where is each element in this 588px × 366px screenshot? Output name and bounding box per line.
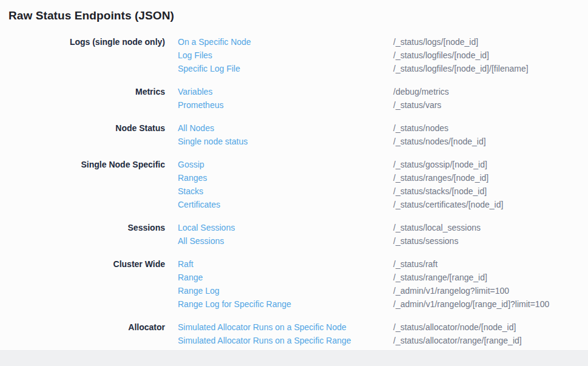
page-title: Raw Status Endpoints (JSON) (0, 0, 588, 24)
endpoint-group: Sessions Local SessionsAll Sessions /_st… (0, 221, 588, 248)
endpoint-path: /_status/sessions (393, 234, 588, 248)
endpoint-link[interactable]: Stacks (178, 185, 392, 198)
endpoint-links: RaftRangeRange LogRange Log for Specific… (165, 257, 392, 311)
endpoint-path: /_status/allocator/node/[node_id] (393, 320, 588, 334)
endpoint-link[interactable]: Log Files (178, 49, 392, 62)
endpoints-list: Logs (single node only) On a Specific No… (0, 35, 588, 347)
endpoint-link[interactable]: All Nodes (178, 121, 392, 135)
endpoint-group: Cluster Wide RaftRangeRange LogRange Log… (0, 257, 588, 311)
endpoint-group: Metrics VariablesPrometheus /debug/metri… (0, 85, 588, 112)
endpoint-path: /_status/vars (393, 98, 588, 112)
category-label: Logs (single node only) (0, 35, 165, 75)
endpoint-path: /_status/gossip/[node_id] (393, 158, 588, 171)
endpoint-paths: /_status/raft/_status/range/[range_id]/_… (392, 257, 588, 311)
endpoint-link[interactable]: Single node status (178, 135, 392, 148)
endpoint-path: /debug/metrics (393, 85, 588, 98)
endpoint-links: VariablesPrometheus (165, 85, 392, 112)
category-label: Cluster Wide (0, 257, 165, 311)
endpoint-link[interactable]: All Sessions (178, 234, 392, 248)
endpoint-path: /_status/allocator/range/[range_id] (393, 334, 588, 347)
endpoint-paths: /_status/local_sessions/_status/sessions (392, 221, 588, 248)
endpoint-paths: /debug/metrics/_status/vars (392, 85, 588, 112)
endpoint-path: /_status/raft (393, 257, 588, 271)
endpoint-links: On a Specific NodeLog FilesSpecific Log … (165, 35, 392, 75)
endpoint-path: /_status/ranges/[node_id] (393, 171, 588, 185)
endpoint-link[interactable]: Gossip (178, 158, 392, 171)
category-label: Single Node Specific (0, 158, 165, 211)
endpoint-group: Node Status All NodesSingle node status … (0, 121, 588, 148)
endpoint-path: /_status/logfiles/[node_id]/[filename] (393, 62, 588, 75)
endpoint-group: Logs (single node only) On a Specific No… (0, 35, 588, 75)
endpoint-link[interactable]: Range Log (178, 284, 392, 297)
category-label: Allocator (0, 320, 165, 347)
endpoint-links: GossipRangesStacksCertificates (165, 158, 392, 211)
endpoint-path: /_status/range/[range_id] (393, 271, 588, 284)
endpoint-link[interactable]: Simulated Allocator Runs on a Specific N… (178, 320, 392, 334)
endpoint-paths: /_status/allocator/node/[node_id]/_statu… (392, 320, 588, 347)
footer-strip (0, 350, 588, 366)
endpoint-link[interactable]: Specific Log File (178, 62, 392, 75)
category-label: Sessions (0, 221, 165, 248)
endpoint-group: Allocator Simulated Allocator Runs on a … (0, 320, 588, 347)
endpoint-path: /_status/stacks/[node_id] (393, 185, 588, 198)
category-label: Node Status (0, 121, 165, 148)
endpoint-path: /_status/nodes/[node_id] (393, 135, 588, 148)
endpoint-path: /_status/local_sessions (393, 221, 588, 234)
endpoint-link[interactable]: Certificates (178, 198, 392, 211)
endpoint-link[interactable]: On a Specific Node (178, 35, 392, 49)
endpoint-link[interactable]: Prometheus (178, 98, 392, 112)
endpoint-link[interactable]: Variables (178, 85, 392, 98)
endpoint-path: /_status/nodes (393, 121, 588, 135)
endpoint-links: All NodesSingle node status (165, 121, 392, 148)
endpoint-link[interactable]: Raft (178, 257, 392, 271)
endpoint-paths: /_status/nodes/_status/nodes/[node_id] (392, 121, 588, 148)
endpoint-link[interactable]: Ranges (178, 171, 392, 185)
endpoint-paths: /_status/gossip/[node_id]/_status/ranges… (392, 158, 588, 211)
endpoint-path: /_status/logfiles/[node_id] (393, 49, 588, 62)
endpoint-link[interactable]: Range Log for Specific Range (178, 297, 392, 311)
endpoint-links: Simulated Allocator Runs on a Specific N… (165, 320, 392, 347)
endpoint-link[interactable]: Simulated Allocator Runs on a Specific R… (178, 334, 392, 347)
endpoint-link[interactable]: Local Sessions (178, 221, 392, 234)
endpoint-path: /_admin/v1/rangelog?limit=100 (393, 284, 588, 297)
endpoint-path: /_admin/v1/rangelog/[range_id]?limit=100 (393, 297, 588, 311)
endpoint-links: Local SessionsAll Sessions (165, 221, 392, 248)
endpoint-paths: /_status/logs/[node_id]/_status/logfiles… (392, 35, 588, 75)
endpoint-path: /_status/certificates/[node_id] (393, 198, 588, 211)
endpoint-path: /_status/logs/[node_id] (393, 35, 588, 49)
endpoint-link[interactable]: Range (178, 271, 392, 284)
endpoint-group: Single Node Specific GossipRangesStacksC… (0, 158, 588, 211)
category-label: Metrics (0, 85, 165, 112)
